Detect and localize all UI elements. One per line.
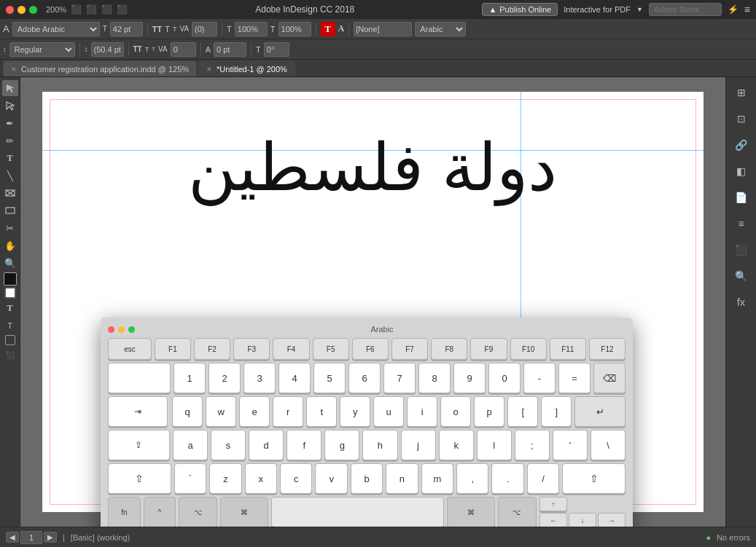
right-alt-key[interactable]: ⌥ [498,497,537,527]
slash-key[interactable]: / [527,463,559,494]
b-key[interactable]: b [351,463,383,494]
f-key[interactable]: f [287,430,322,460]
tab-untitled[interactable]: ✕ *Untitled-1 @ 200% [198,60,295,76]
backslash-key[interactable]: \ [591,430,626,460]
h-scale-input[interactable] [235,22,268,36]
effects-panel-icon[interactable]: fx [729,290,754,315]
menu-icon-1[interactable]: ⬛ [71,4,82,15]
f5-key[interactable]: F5 [313,338,349,360]
down-arrow-key[interactable]: ↓ [569,513,596,527]
backspace-key[interactable]: ⌫ [593,363,626,393]
search-input[interactable] [649,3,722,16]
rbracket-key[interactable]: ] [541,396,572,427]
hand-tool[interactable]: ✋ [2,237,18,253]
stroke-color[interactable] [4,287,16,299]
libraries-panel-icon[interactable]: ⊡ [729,106,754,131]
rectangle-tool[interactable] [2,202,18,219]
v-key[interactable]: v [315,463,347,494]
comma-key[interactable]: , [456,463,488,494]
pencil-tool[interactable]: ✏ [2,133,18,149]
0-key[interactable]: 0 [488,363,521,393]
direct-selection-tool[interactable] [2,98,18,114]
n-key[interactable]: n [386,463,418,494]
s-key[interactable]: s [211,430,246,460]
page-number-input[interactable] [20,531,42,544]
f9-key[interactable]: F9 [470,338,507,360]
q-key[interactable]: q [172,396,203,427]
p-key[interactable]: p [474,396,504,427]
frame-type-icon[interactable]: T [2,300,18,316]
kern-input[interactable] [171,42,196,57]
kb-minimize[interactable] [118,326,125,333]
f7-key[interactable]: F7 [391,338,428,360]
space-key[interactable] [271,497,444,527]
r-key[interactable]: r [273,396,303,427]
7-key[interactable]: 7 [383,363,416,393]
style-selector[interactable]: Regular [9,42,75,57]
normal-view[interactable] [5,335,15,345]
alt-key[interactable]: ⌥ [179,497,217,527]
f8-key[interactable]: F8 [431,338,467,360]
1-key[interactable]: 1 [174,363,206,393]
v-scale-input[interactable] [278,22,311,36]
enter-key[interactable]: ↵ [574,396,626,427]
ctrl-key[interactable]: ^ [144,497,176,527]
right-arrow-key[interactable]: → [598,513,626,527]
swatches-panel-icon[interactable]: ⬛ [729,237,754,262]
kb-close[interactable] [108,326,114,333]
lbracket-key[interactable]: [ [507,396,538,427]
text-fill-icon[interactable]: T [321,22,335,36]
caps-lock-key[interactable]: ⇪ [108,430,170,460]
left-arrow-key[interactable]: ← [539,513,567,527]
next-page-button[interactable]: ▶ [44,532,57,543]
menu-icon-2[interactable]: ⬛ [86,4,97,15]
d-key[interactable]: d [249,430,284,460]
font-selector[interactable]: Adobe Arabic [12,22,100,36]
line-tool[interactable]: ╲ [2,168,18,184]
5-key[interactable]: 5 [313,363,346,393]
quote-key[interactable]: ' [553,430,588,460]
close-button[interactable] [6,6,14,14]
l-key[interactable]: l [477,430,512,460]
f6-key[interactable]: F6 [352,338,389,360]
lightning-icon[interactable]: ⚡ [728,4,739,15]
3-key[interactable]: 3 [243,363,276,393]
maximize-button[interactable] [29,6,37,14]
o-key[interactable]: o [440,396,471,427]
language-selector[interactable]: Arabic [415,22,466,36]
links-panel-icon[interactable]: 🔗 [729,133,754,157]
left-cmd-key[interactable]: ⌘ [220,497,268,527]
tracking-input[interactable] [192,22,217,36]
tab-customer-reg[interactable]: ✕ Customer registration application.indd… [3,60,197,76]
preview-mode[interactable]: ⬛ [2,347,18,363]
f10-key[interactable]: F10 [510,338,547,360]
f1-key[interactable]: F1 [155,338,191,360]
y-key[interactable]: y [340,396,370,427]
right-shift-key[interactable]: ⇧ [562,463,626,494]
tab-close-icon-2[interactable]: ✕ [206,66,212,73]
e-key[interactable]: e [239,396,270,427]
h-key[interactable]: h [362,430,397,460]
menu-icon-4[interactable]: ⬛ [117,4,128,15]
stroke-panel-icon[interactable]: ≡ [729,211,754,236]
left-shift-key[interactable]: ⇧ [108,463,171,494]
period-key[interactable]: . [491,463,523,494]
f4-key[interactable]: F4 [273,338,309,360]
esc-key[interactable]: esc [108,338,152,360]
minimize-button[interactable] [17,6,26,14]
x-key[interactable]: x [245,463,277,494]
selection-tool-icon[interactable]: A [3,23,9,34]
j-key[interactable]: j [401,430,436,460]
k-key[interactable]: k [439,430,474,460]
font-size-input[interactable] [110,22,143,36]
baseline-input[interactable] [214,42,246,57]
prev-page-button[interactable]: ◀ [6,532,19,543]
2-key[interactable]: 2 [209,363,241,393]
find-panel-icon[interactable]: 🔍 [729,264,754,288]
arabic-text-block[interactable]: دولة فلسطين [86,128,660,207]
interactive-pdf-label[interactable]: Interactive for PDF [564,5,631,14]
rectangle-frame-tool[interactable] [2,185,18,201]
menu-icon-right[interactable]: ≡ [744,4,750,15]
4-key[interactable]: 4 [278,363,311,393]
formatting-icon[interactable]: T [2,318,18,334]
